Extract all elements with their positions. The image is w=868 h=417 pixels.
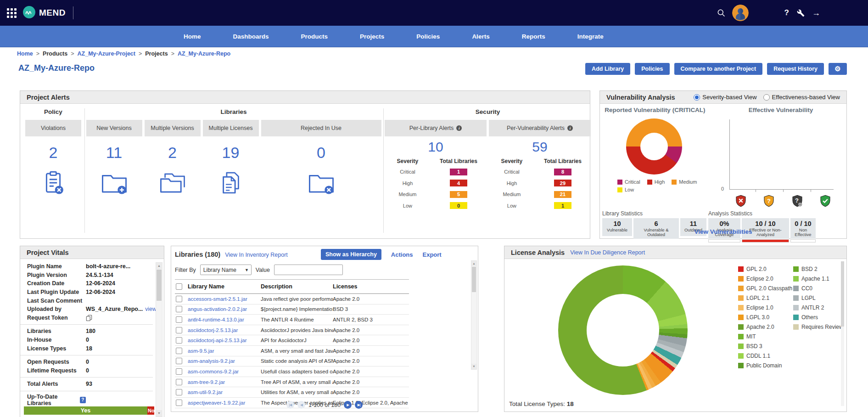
action-button[interactable]: Request History (767, 63, 824, 75)
up-to-date-yes-segment[interactable]: Yes (24, 406, 147, 415)
table-row[interactable]: antlr4-runtime-4.13.0.jar The ANTLR 4 Ru… (175, 315, 409, 325)
table-row[interactable]: asm-util-9.2.jar Utilities for ASM, a ve… (175, 387, 409, 398)
description-header[interactable]: Description (261, 283, 333, 290)
inventory-report-link[interactable]: View In Inventory Report (225, 252, 288, 258)
settings-gear-button[interactable]: ⚙ (829, 63, 847, 75)
breadcrumb-item[interactable]: AZ_My-Azure-Repo (168, 51, 231, 57)
search-icon[interactable] (717, 8, 726, 17)
scroll-thumb[interactable] (157, 270, 162, 301)
legend-item[interactable]: BSD 3 (738, 344, 792, 349)
row-checkbox[interactable] (176, 306, 182, 312)
license-scrollbar[interactable] (841, 261, 844, 406)
scroll-thumb[interactable] (841, 261, 844, 327)
not-vulnerable-shield-icon[interactable] (819, 195, 831, 209)
table-row[interactable]: angus-activation-2.0.2.jar ${project.nam… (175, 304, 409, 315)
radio-selected-icon[interactable] (694, 94, 700, 101)
table-row[interactable]: accessors-smart-2.5.1.jar Java reflect g… (175, 294, 409, 304)
legend-item[interactable]: CC0 (793, 286, 843, 291)
mend-logo[interactable]: MEND (23, 6, 66, 20)
row-checkbox[interactable] (176, 327, 182, 333)
library-name-link[interactable]: asm-tree-9.2.jar (188, 379, 261, 385)
legend-item[interactable]: Apache 2.0 (738, 324, 792, 330)
legend-item[interactable]: Others (793, 315, 843, 320)
tools-icon[interactable] (797, 9, 805, 17)
nav-item[interactable]: Home (184, 33, 201, 40)
scroll-up-arrow[interactable]: ▲ (156, 263, 162, 269)
library-name-link[interactable]: asciidoctorj-api-2.5.13.jar (188, 338, 261, 343)
radio-unselected-icon[interactable] (763, 94, 770, 101)
scroll-down-arrow[interactable]: ▼ (156, 410, 162, 417)
severity-count-badge[interactable]: 0 (450, 202, 467, 209)
alert-column[interactable]: Violations 2 (25, 120, 81, 199)
scroll-up-arrow[interactable]: ▲ (471, 261, 476, 266)
vulnerable-shield-icon[interactable] (735, 195, 747, 209)
library-name-header[interactable]: Library Name (188, 283, 261, 290)
row-checkbox[interactable] (176, 316, 182, 323)
first-page-button[interactable]: |◀ (286, 401, 294, 409)
library-name-link[interactable]: accessors-smart-2.5.1.jar (188, 296, 261, 302)
legend-item[interactable]: GPL 2.0 (738, 266, 792, 272)
table-row[interactable]: asciidoctorj-2.5.13.jar AsciidoctorJ pro… (175, 325, 409, 336)
library-name-link[interactable]: angus-activation-2.0.2.jar (188, 306, 261, 312)
breadcrumb-item[interactable]: Projects (135, 51, 168, 57)
legend-item[interactable]: BSD 2 (793, 266, 843, 272)
copy-icon[interactable] (86, 315, 92, 321)
actions-link[interactable]: Actions (391, 251, 413, 258)
row-checkbox[interactable] (176, 337, 182, 344)
legend-item[interactable]: Apache 1.1 (793, 276, 843, 282)
nav-item[interactable]: Projects (360, 33, 384, 40)
legend-item[interactable]: LGPL 3.0 (738, 315, 792, 320)
due-diligence-report-link[interactable]: View In Due Diligence Report (570, 249, 645, 256)
library-name-link[interactable]: asm-util-9.2.jar (188, 389, 261, 395)
in-analysis-shield-icon[interactable]: ? (791, 195, 803, 209)
row-checkbox[interactable] (176, 358, 182, 364)
severity-count-badge[interactable]: 29 (554, 180, 571, 186)
legend-item[interactable]: GPL 2.0 Classpath (738, 286, 792, 291)
table-row[interactable]: asciidoctorj-api-2.5.13.jar API for Asci… (175, 335, 409, 346)
view-link[interactable]: view (145, 306, 156, 312)
legend-item[interactable]: ANTLR 2 (793, 305, 843, 310)
severity-view-radio[interactable]: Severity-based View (694, 94, 756, 101)
library-name-link[interactable]: asm-analysis-9.2.jar (188, 358, 261, 364)
library-name-link[interactable]: antlr4-runtime-4.13.0.jar (188, 317, 261, 322)
nav-item[interactable]: Reports (522, 33, 545, 40)
view-vulnerabilities-link[interactable]: View Vulnerabilities (600, 228, 846, 235)
table-scrollbar[interactable]: ▲ ▼ (471, 260, 477, 370)
export-link[interactable]: Export (423, 251, 442, 258)
severity-count-badge[interactable]: 8 (554, 169, 571, 175)
up-to-date-no-segment[interactable]: No (147, 406, 154, 415)
legend-item[interactable]: Requires Review (793, 324, 843, 330)
scroll-thumb[interactable] (472, 267, 476, 292)
nav-item[interactable]: Policies (416, 33, 440, 40)
row-checkbox[interactable] (176, 368, 182, 375)
legend-item[interactable]: MIT (738, 334, 792, 339)
library-name-link[interactable]: asm-commons-9.2.jar (188, 369, 261, 374)
library-name-link[interactable]: asciidoctorj-2.5.13.jar (188, 327, 261, 333)
prev-page-button[interactable]: ◀ (297, 401, 305, 409)
breadcrumb-item[interactable]: AZ_My-Azure-Project (67, 51, 135, 57)
row-checkbox[interactable] (176, 348, 182, 354)
action-button[interactable]: Policies (635, 63, 669, 75)
nav-item[interactable]: Alerts (472, 33, 489, 40)
next-page-button[interactable]: ▶ (344, 401, 352, 409)
legend-item[interactable]: CDDL 1.1 (738, 353, 792, 359)
alert-column[interactable]: New Versions 11 (86, 120, 142, 199)
nav-item[interactable]: Dashboards (233, 33, 269, 40)
help-question-badge[interactable]: ? (80, 397, 86, 403)
severity-count-badge[interactable]: 1 (450, 169, 467, 175)
license-distribution-donut[interactable] (558, 265, 688, 395)
vitals-scrollbar[interactable]: ▲ ▼ (156, 262, 162, 417)
severity-count-badge[interactable]: 5 (450, 191, 467, 198)
effectiveness-view-radio[interactable]: Effectiveness-based View (763, 94, 840, 101)
legend-item[interactable]: Eclipse 2.0 (738, 276, 792, 282)
legend-item[interactable]: Public Domain (738, 363, 792, 368)
table-row[interactable]: asm-9.5.jar ASM, a very small and fast J… (175, 346, 409, 356)
legend-item[interactable]: Eclipse 1.0 (738, 305, 792, 310)
alert-column[interactable]: Multiple Versions 2 (145, 120, 201, 199)
severity-count-badge[interactable]: 21 (554, 191, 571, 198)
last-page-button[interactable]: ▶| (355, 401, 363, 409)
severity-count-badge[interactable]: 1 (554, 202, 571, 209)
licenses-header[interactable]: Licenses (333, 283, 409, 290)
security-column-label[interactable]: Per-Library Alertsi (385, 120, 487, 136)
info-icon[interactable]: i (456, 125, 462, 131)
